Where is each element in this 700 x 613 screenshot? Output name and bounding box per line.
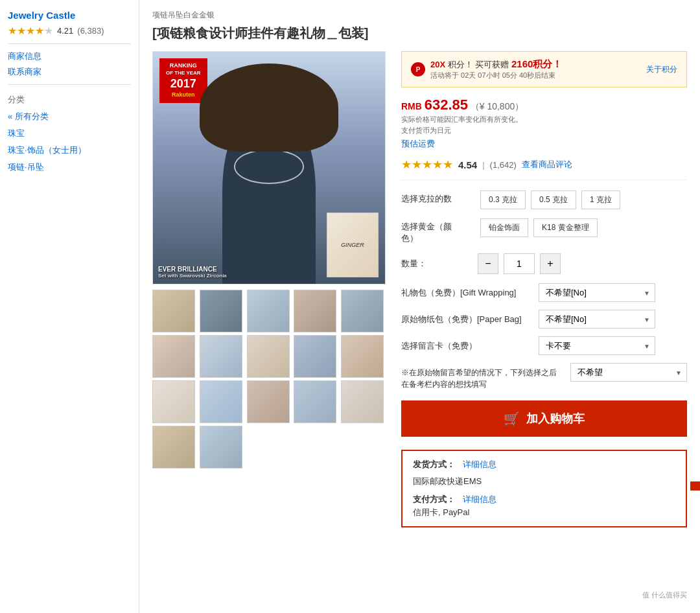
gold-buttons: 铂金饰面 K18 黄金整理 [480, 218, 598, 237]
thumb-8[interactable] [247, 335, 290, 378]
paper-bag-label: 原始物纸包（免费）[Paper Bag] [401, 310, 531, 325]
gift-wrap-select[interactable]: 不希望[No] 希望[Yes] [539, 283, 655, 302]
points-multiplier: 20X [430, 60, 445, 69]
payment-detail-link[interactable]: 详细信息 [463, 494, 496, 504]
store-review-count: (6,383) [77, 26, 104, 36]
thumb-row-4 [152, 426, 386, 468]
shipping-estimate-link[interactable]: 预估运费 [401, 138, 687, 150]
category-title: 分类 [8, 94, 131, 106]
points-banner: P 20X 积分！ 买可获赠 2160积分！ 活动将于 02天 07小时 05分… [401, 51, 687, 87]
product-rating-score: 4.54 [458, 159, 477, 170]
thumb-7[interactable] [200, 335, 242, 378]
thumb-1[interactable] [152, 290, 195, 332]
price-value: 632.85 [425, 97, 468, 113]
points-banner-left: 20X 积分！ 买可获赠 2160积分！ 活动将于 02天 07小时 05分 4… [430, 58, 641, 80]
main-content: 项链吊坠白金金银 [项链粮食设计师挂件有趣礼物＿包装] RANKING OF T… [139, 0, 700, 613]
sidebar-all-categories[interactable]: « 所有分类 [8, 111, 131, 122]
timer-value: 02天 07小时 05分 40秒后结束 [461, 71, 555, 79]
message-select[interactable]: 不希望 希望 [570, 363, 687, 382]
star-4: ★ [35, 25, 44, 37]
badge-line2: OF THE YEAR [166, 70, 201, 76]
paper-bag-select[interactable]: 不希望[No] 希望[Yes] [539, 310, 655, 329]
greeting-card-select-wrapper: 卡不要 卡要 ▼ [539, 336, 655, 355]
carat-label: 选择克拉的数 [401, 191, 472, 205]
rating-divider: | [482, 160, 484, 170]
thumb-17[interactable] [200, 426, 242, 468]
prod-star-2: ★ [412, 157, 422, 172]
cart-icon: 🛒 [504, 411, 520, 426]
currency-note: 支付货币为日元 [401, 126, 687, 135]
arrow-annotation [690, 477, 700, 495]
points-text: 积分！ 买可获赠 [448, 60, 509, 69]
sidebar-item-necklace[interactable]: 项链·吊坠 [8, 161, 131, 173]
shipping-detail-link[interactable]: 详细信息 [463, 459, 496, 469]
thumb-2[interactable] [200, 290, 242, 332]
paper-bag-select-wrapper: 不希望[No] 希望[Yes] ▼ [539, 310, 655, 329]
points-link[interactable]: 关于积分 [646, 64, 677, 75]
ever-brilliance-text: EVER BRILLIANCE [158, 266, 227, 273]
message-label: ※在原始物留言希望的情况下，下列选择之后在备考栏内容的想找填写 [401, 363, 563, 390]
quantity-input[interactable] [504, 253, 535, 274]
greeting-card-label: 选择留言卡（免费） [401, 336, 531, 352]
image-overlay: EVER BRILLIANCE Set with Swarovski Zirco… [158, 266, 227, 279]
watermark: 值 什么值得买 [642, 590, 687, 600]
product-stars: ★ ★ ★ ★ ★ [401, 157, 453, 172]
sidebar-divider-1 [8, 43, 131, 44]
model-hair [200, 64, 339, 152]
greeting-card-select[interactable]: 卡不要 卡要 [539, 336, 655, 355]
thumb-3[interactable] [247, 290, 290, 332]
add-to-cart-label: 加入购物车 [526, 411, 585, 426]
thumb-4[interactable] [294, 290, 336, 332]
thumb-6[interactable] [152, 335, 195, 378]
badge-year: 2017 [166, 76, 201, 91]
thumb-row-2 [152, 335, 386, 378]
sidebar-item-jewelry-ladies[interactable]: 珠宝·饰品（女士用） [8, 145, 131, 156]
quantity-label: 数量： [401, 258, 472, 270]
thumb-15[interactable] [341, 380, 384, 423]
prod-star-4: ★ [432, 157, 443, 172]
carat-0-5[interactable]: 0.5 克拉 [531, 191, 576, 209]
thumb-row-1 [152, 290, 386, 332]
points-amount: 2160积分！ [511, 58, 562, 69]
gift-wrap-label: 礼物包（免费）[Gift Wrapping] [401, 283, 531, 299]
rakuten-logo: Rakuten [166, 91, 201, 99]
timer-label: 活动将于 [430, 71, 459, 79]
store-rating-score: 4.21 [57, 26, 73, 36]
payment-label: 支付方式： [413, 494, 455, 504]
gold-platinum[interactable]: 铂金饰面 [480, 218, 528, 237]
carat-1[interactable]: 1 克拉 [581, 191, 620, 209]
gold-k18[interactable]: K18 黄金整理 [533, 218, 598, 237]
product-images: RANKING OF THE YEAR 2017 Rakuten EVER BR… [152, 51, 386, 527]
shipping-box-container: 发货方式： 详细信息 国际邮政快递EMS 支付方式： 详细信息 信用卡, Pay… [401, 445, 687, 527]
add-to-cart-button[interactable]: 🛒 加入购物车 [401, 400, 687, 437]
thumb-row-3 [152, 380, 386, 423]
star-3: ★ [26, 25, 35, 37]
store-name[interactable]: Jewelry Castle [8, 10, 131, 21]
thumb-11[interactable] [152, 380, 195, 423]
sidebar-item-jewelry[interactable]: 珠宝 [8, 128, 131, 139]
thumb-14[interactable] [294, 380, 336, 423]
thumb-13[interactable] [247, 380, 290, 423]
price-label: RMB [401, 101, 425, 111]
thumb-10[interactable] [341, 335, 384, 378]
price-section: RMB 632.85 （¥ 10,800） 实际价格可能因汇率变化而有所变化。 … [401, 97, 687, 150]
price-main: RMB 632.85 （¥ 10,800） [401, 97, 687, 113]
product-review-count: (1,642) [490, 160, 517, 170]
shipping-box: 发货方式： 详细信息 国际邮政快递EMS 支付方式： 详细信息 信用卡, Pay… [401, 450, 687, 527]
payment-row: 支付方式： 详细信息 [413, 494, 675, 505]
quantity-decrease-button[interactable]: − [478, 253, 498, 274]
product-review-link[interactable]: 查看商品评论 [522, 159, 572, 170]
carat-buttons: 0.3 克拉 0.5 克拉 1 克拉 [480, 191, 620, 209]
prod-star-3: ★ [422, 157, 432, 172]
payment-value: 信用卡, PayPal [413, 507, 675, 518]
thumb-5[interactable] [341, 290, 384, 332]
shipping-method-row: 发货方式： 详细信息 [413, 459, 675, 470]
contact-merchant-link[interactable]: 联系商家 [8, 66, 131, 78]
quantity-increase-button[interactable]: + [540, 253, 561, 274]
gold-option-row: 选择黄金（颜 色） 铂金饰面 K18 黄金整理 [401, 218, 687, 244]
thumb-9[interactable] [294, 335, 336, 378]
merchant-info-link[interactable]: 商家信息 [8, 51, 131, 62]
carat-0-3[interactable]: 0.3 克拉 [480, 191, 526, 209]
thumb-12[interactable] [200, 380, 242, 423]
thumb-16[interactable] [152, 426, 195, 468]
